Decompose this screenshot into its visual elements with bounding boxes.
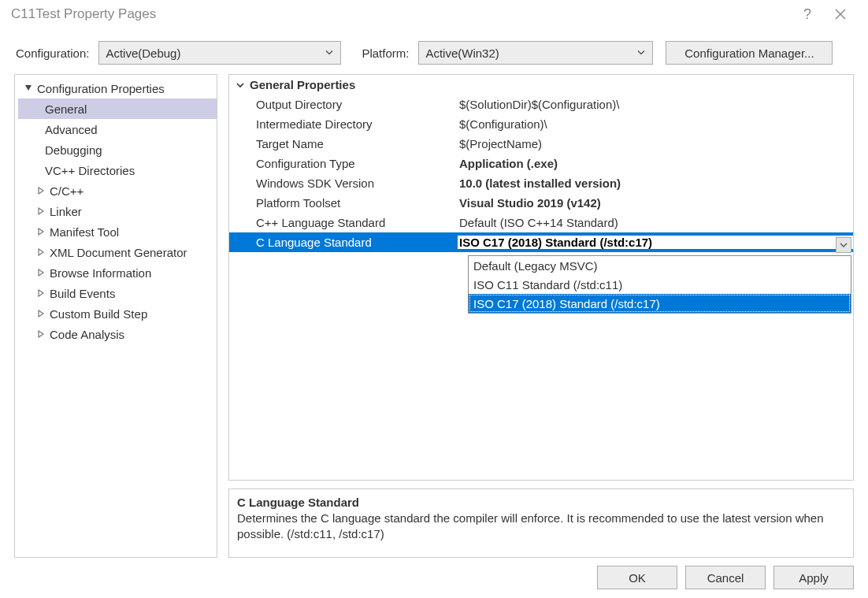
close-icon[interactable] — [824, 5, 857, 24]
property-name: Target Name — [229, 137, 458, 150]
property-value[interactable]: 10.0 (latest installed version) — [458, 176, 853, 190]
configuration-manager-button[interactable]: Configuration Manager... — [666, 41, 833, 65]
help-description: Determines the C language standard the c… — [237, 511, 845, 543]
tree-item-label: Advanced — [42, 123, 98, 136]
svg-marker-3 — [39, 188, 43, 194]
dropdown-button[interactable] — [836, 237, 851, 253]
tree-item[interactable]: Code Analysis — [18, 324, 217, 344]
chevron-down-icon — [23, 84, 34, 92]
configuration-label: Configuration: — [16, 46, 89, 60]
tree-item[interactable]: Linker — [18, 201, 217, 221]
platform-label: Platform: — [362, 46, 409, 60]
tree-item-label: Custom Build Step — [46, 307, 147, 321]
grid-row[interactable]: Target Name$(ProjectName) — [229, 134, 853, 154]
tree-item[interactable]: XML Document Generator — [18, 242, 217, 262]
property-value[interactable]: Application (.exe) — [458, 157, 853, 170]
chevron-right-icon — [35, 248, 46, 256]
dropdown-list[interactable]: Default (Legacy MSVC)ISO C11 Standard (/… — [468, 255, 851, 314]
dropdown-option[interactable]: ISO C17 (2018) Standard (/std:c17) — [469, 294, 851, 313]
help-panel: C Language Standard Determines the C lan… — [228, 488, 854, 558]
property-value[interactable]: Default (ISO C++14 Standard) — [458, 216, 853, 229]
property-name: C++ Language Standard — [229, 216, 458, 229]
property-name: Windows SDK Version — [229, 176, 458, 190]
tree-item[interactable]: General — [18, 98, 217, 119]
chevron-right-icon — [35, 187, 46, 195]
tree-item-label: Linker — [46, 205, 82, 218]
grid-row[interactable]: Intermediate Directory$(Configuration)\ — [229, 114, 853, 134]
tree-item-label: General — [42, 102, 87, 116]
apply-button[interactable]: Apply — [773, 566, 854, 589]
tree-item-label: Code Analysis — [46, 328, 124, 341]
tree-item[interactable]: Manifest Tool — [18, 221, 217, 242]
property-name: C Language Standard — [229, 236, 458, 249]
tree-item[interactable]: Custom Build Step — [18, 303, 217, 324]
property-tree[interactable]: Configuration Properties GeneralAdvanced… — [14, 74, 217, 558]
property-grid[interactable]: General Properties Output Directory$(Sol… — [228, 74, 854, 481]
svg-marker-2 — [25, 85, 32, 91]
property-value[interactable]: Visual Studio 2019 (v142) — [458, 196, 853, 210]
tree-item-label: Build Events — [46, 287, 115, 300]
property-value[interactable]: ISO C17 (2018) Standard (/std:c17) — [458, 236, 853, 249]
grid-row[interactable]: Configuration TypeApplication (.exe) — [229, 154, 853, 173]
property-value[interactable]: $(SolutionDir)$(Configuration)\ — [458, 98, 853, 111]
svg-marker-4 — [39, 208, 43, 214]
grid-row[interactable]: C Language StandardISO C17 (2018) Standa… — [229, 232, 853, 252]
dropdown-option[interactable]: Default (Legacy MSVC) — [469, 256, 851, 275]
svg-marker-10 — [39, 331, 43, 337]
property-name: Intermediate Directory — [229, 117, 458, 131]
property-name: Configuration Type — [229, 157, 458, 170]
tree-item-label: XML Document Generator — [46, 246, 187, 259]
chevron-down-icon — [636, 46, 646, 60]
help-title: C Language Standard — [237, 496, 845, 509]
tree-item[interactable]: Build Events — [18, 283, 217, 303]
grid-row[interactable]: Windows SDK Version10.0 (latest installe… — [229, 173, 853, 193]
footer-buttons: OK Cancel Apply — [0, 558, 868, 589]
cancel-button[interactable]: Cancel — [685, 566, 766, 589]
chevron-down-icon — [325, 46, 334, 60]
dropdown-option[interactable]: ISO C11 Standard (/std:c11) — [469, 275, 851, 294]
tree-item[interactable]: C/C++ — [18, 180, 217, 201]
platform-dropdown[interactable]: Active(Win32) — [418, 41, 653, 65]
svg-marker-5 — [39, 228, 43, 235]
tree-item-label: VC++ Directories — [42, 164, 135, 177]
tree-item-label: Manifest Tool — [46, 225, 119, 239]
chevron-right-icon — [35, 228, 46, 236]
grid-row[interactable]: Output Directory$(SolutionDir)$(Configur… — [229, 95, 853, 114]
configuration-value: Active(Debug) — [106, 46, 180, 60]
titlebar: C11Test Property Pages ? — [0, 0, 868, 27]
chevron-right-icon — [35, 289, 46, 297]
property-value[interactable]: $(ProjectName) — [458, 137, 853, 150]
svg-marker-6 — [39, 249, 43, 255]
help-icon[interactable]: ? — [791, 5, 824, 24]
svg-marker-9 — [39, 310, 43, 317]
tree-item[interactable]: Advanced — [18, 119, 217, 139]
platform-value: Active(Win32) — [425, 46, 499, 60]
tree-item[interactable]: Debugging — [18, 139, 217, 160]
tree-root[interactable]: Configuration Properties — [18, 78, 217, 98]
chevron-right-icon — [35, 207, 46, 215]
ok-button[interactable]: OK — [597, 566, 677, 589]
chevron-down-icon — [236, 80, 250, 90]
grid-row[interactable]: C++ Language StandardDefault (ISO C++14 … — [229, 213, 853, 232]
svg-marker-7 — [39, 269, 43, 276]
tree-item-label: C/C++ — [46, 184, 83, 198]
configuration-dropdown[interactable]: Active(Debug) — [98, 41, 341, 65]
grid-section-header[interactable]: General Properties — [229, 75, 853, 95]
property-name: Output Directory — [229, 98, 458, 111]
property-name: Platform Toolset — [229, 196, 458, 210]
chevron-right-icon — [35, 330, 46, 338]
svg-marker-8 — [39, 290, 43, 296]
tree-item-label: Browse Information — [46, 266, 151, 280]
grid-row[interactable]: Platform ToolsetVisual Studio 2019 (v142… — [229, 193, 853, 213]
tree-item-label: Debugging — [42, 143, 102, 157]
tree-item[interactable]: VC++ Directories — [18, 160, 217, 180]
tree-item[interactable]: Browse Information — [18, 262, 217, 283]
property-value[interactable]: $(Configuration)\ — [458, 117, 853, 131]
chevron-right-icon — [35, 310, 46, 318]
window-title: C11Test Property Pages — [11, 6, 156, 22]
config-row: Configuration: Active(Debug) Platform: A… — [0, 27, 868, 74]
chevron-right-icon — [35, 269, 46, 277]
